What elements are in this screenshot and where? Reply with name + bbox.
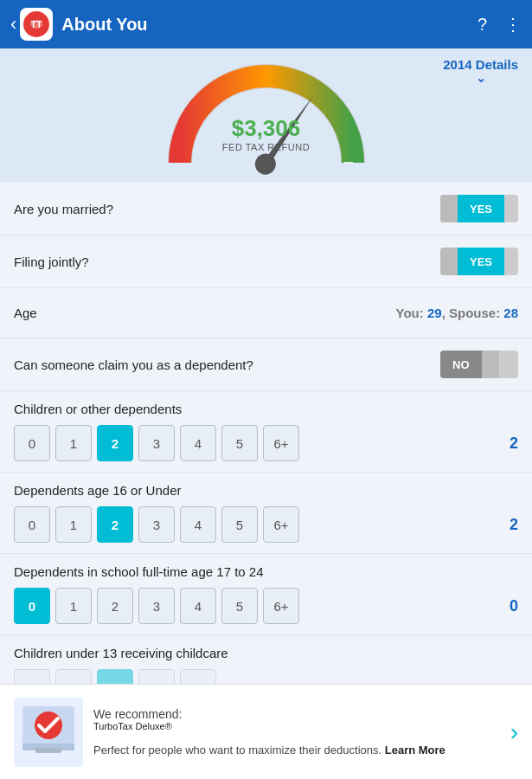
dep17-btn-2[interactable]: 2 xyxy=(97,588,133,624)
children-btn-5[interactable]: 5 xyxy=(221,425,258,461)
gauge-container: $3,306 FED TAX REFUND xyxy=(163,59,370,176)
dep17-btn-1[interactable]: 1 xyxy=(55,588,92,624)
dependent-label: Can someone claim you as a dependent? xyxy=(14,357,440,372)
banner-product: TurboTax Deluxe® xyxy=(93,721,502,740)
chevron-down-icon: ⌄ xyxy=(443,72,518,84)
filing-label: Filing jointly? xyxy=(14,254,440,269)
filing-row: Filing jointly? YES xyxy=(0,235,532,288)
dep17-count: 0 xyxy=(510,597,518,615)
dep16-section: Dependents age 16 or Under 0 1 2 3 4 5 6… xyxy=(0,473,532,554)
married-toggle[interactable]: YES xyxy=(440,195,518,222)
married-row: Are you married? YES xyxy=(0,183,532,235)
menu-icon[interactable]: ⋮ xyxy=(504,14,522,35)
dependent-toggle[interactable]: NO xyxy=(440,351,518,378)
dep16-btn-0[interactable]: 0 xyxy=(14,506,50,543)
children-btn-0[interactable]: 0 xyxy=(14,425,50,461)
banner-next-arrow[interactable]: › xyxy=(510,718,518,746)
dependent-toggle-no-off xyxy=(482,351,499,378)
details-link[interactable]: 2014 Details ⌄ xyxy=(443,57,518,84)
dep16-btn-3[interactable]: 3 xyxy=(138,506,175,543)
dep17-btn-3[interactable]: 3 xyxy=(138,588,175,624)
dep16-btn-5[interactable]: 5 xyxy=(221,506,258,543)
children-btn-3[interactable]: 3 xyxy=(138,425,175,461)
dep16-count: 2 xyxy=(510,516,518,534)
learn-more-link[interactable]: Learn More xyxy=(385,744,445,756)
banner-icon xyxy=(14,698,83,767)
children-btn-1[interactable]: 1 xyxy=(55,425,92,461)
filing-toggle[interactable]: YES xyxy=(440,248,518,275)
age-label: Age xyxy=(14,306,396,320)
dependent-row: Can someone claim you as a dependent? NO xyxy=(0,338,532,391)
refund-amount: $3,306 xyxy=(222,115,310,142)
form-section: Are you married? YES Filing jointly? YES… xyxy=(0,183,532,391)
married-toggle-on: YES xyxy=(458,195,504,222)
banner-description: Perfect for people who want to maximize … xyxy=(93,744,502,756)
header-actions: ? ⋮ xyxy=(478,14,522,35)
help-icon[interactable]: ? xyxy=(478,15,487,35)
dep16-label: Dependents age 16 or Under xyxy=(14,483,518,498)
banner-recommend: We recommend: xyxy=(93,707,502,721)
married-label: Are you married? xyxy=(14,202,440,216)
dep17-label: Dependents in school full-time age 17 to… xyxy=(14,564,518,579)
age-row: Age You: 29, Spouse: 28 xyxy=(0,288,532,338)
filing-toggle-off xyxy=(440,248,458,275)
married-toggle-off xyxy=(440,195,458,222)
main-content: 2014 Details ⌄ xyxy=(0,48,532,779)
dep17-btn-4[interactable]: 4 xyxy=(180,588,216,624)
dependent-toggle-no: NO xyxy=(440,351,482,378)
children-btn-2[interactable]: 2 xyxy=(97,425,133,461)
age-you: 29 xyxy=(427,306,442,320)
children-btn-6plus[interactable]: 6+ xyxy=(263,425,299,461)
gauge-text: $3,306 FED TAX REFUND xyxy=(222,115,310,152)
dep17-btn-6plus[interactable]: 6+ xyxy=(263,588,299,624)
gauge-section: 2014 Details ⌄ xyxy=(0,48,532,183)
children-row: 0 1 2 3 4 5 6+ 2 xyxy=(14,425,518,461)
dep17-row: 0 1 2 3 4 5 6+ 0 xyxy=(14,588,518,624)
age-value[interactable]: You: 29, Spouse: 28 xyxy=(396,306,518,320)
dep16-btn-4[interactable]: 4 xyxy=(180,506,216,543)
children-btn-4[interactable]: 4 xyxy=(180,425,216,461)
dep17-btn-5[interactable]: 5 xyxy=(221,588,258,624)
children-label: Children or other dependents xyxy=(14,402,518,416)
children-count: 2 xyxy=(510,435,518,453)
filing-toggle-on: YES xyxy=(458,248,504,275)
age-you-label: You: xyxy=(396,306,427,320)
dep16-btn-6plus[interactable]: 6+ xyxy=(263,506,299,543)
dep16-row: 0 1 2 3 4 5 6+ 2 xyxy=(14,506,518,543)
children-section: Children or other dependents 0 1 2 3 4 5… xyxy=(0,391,532,473)
dep17-btn-0[interactable]: 0 xyxy=(14,588,50,624)
child13-label: Children under 13 receiving childcare xyxy=(14,646,518,660)
age-spouse: 28 xyxy=(503,306,518,320)
age-spouse-label: , Spouse: xyxy=(442,306,504,320)
page-title: About You xyxy=(61,15,478,35)
recommendation-banner: We recommend: TurboTax Deluxe® Perfect f… xyxy=(0,684,532,779)
app-logo: TT xyxy=(20,8,53,41)
dep16-btn-1[interactable]: 1 xyxy=(55,506,92,543)
dep17-section: Dependents in school full-time age 17 to… xyxy=(0,554,532,635)
refund-label: FED TAX REFUND xyxy=(222,142,310,152)
banner-text: We recommend: TurboTax Deluxe® Perfect f… xyxy=(93,707,502,756)
svg-rect-7 xyxy=(35,748,61,753)
dep16-btn-2[interactable]: 2 xyxy=(97,506,133,543)
back-button[interactable]: ‹ xyxy=(10,13,16,35)
svg-text:TT: TT xyxy=(31,19,43,29)
header: ‹ TT About You ? ⋮ xyxy=(0,0,532,48)
